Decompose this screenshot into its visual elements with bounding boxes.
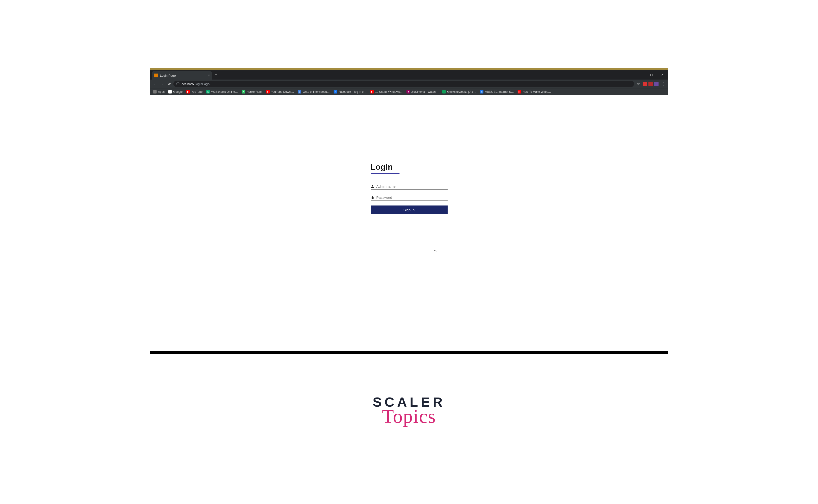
bookmark-item[interactable]: ↓Grab online videos… [296,90,331,94]
username-field [370,183,448,190]
favicon-icon [154,74,158,77]
close-tab-icon[interactable]: × [208,74,210,77]
bookmark-favicon-icon: ▶ [518,90,521,93]
bookmark-favicon-icon: ▶ [370,90,374,93]
back-button[interactable]: ← [152,81,158,87]
bookmark-item[interactable]: ●HackerRank [240,90,264,94]
bookmark-item[interactable]: ▶How To Make Webs… [516,90,552,94]
bookmark-favicon-icon: ⋮⋮⋮ [153,90,157,93]
bookmark-label: Apps [158,90,164,93]
brand-line2: Topics [372,405,445,427]
page-viewport: Login Sign In ↖ [150,95,668,351]
bookmark-item[interactable]: GeeksforGeeks | A c… [441,90,478,94]
url-host: localhost/ [181,82,194,86]
sign-in-button[interactable]: Sign In [370,205,448,214]
bookmark-label: Grab online videos… [303,90,330,93]
browser-tab[interactable]: Login Page × [152,71,212,80]
bookmark-item[interactable]: ▶YouTube Downl… [265,90,295,94]
window-controls: — ▢ ✕ [635,70,668,80]
bookmark-label: W3Schools Online… [211,90,238,93]
extension-icon[interactable] [643,82,647,86]
url-path: loginPage/ [195,82,210,86]
bookmark-label: HackerRank [246,90,262,93]
bookmark-item[interactable]: WW3Schools Online… [205,90,239,94]
password-input[interactable] [376,195,448,199]
scaler-topics-logo: SCALER Topics [372,394,445,427]
tab-title: Login Page [160,74,176,77]
bookmark-favicon-icon: J [406,90,410,93]
bookmark-item[interactable]: GGoogle [167,90,184,94]
minimize-button[interactable]: — [635,70,646,80]
close-window-button[interactable]: ✕ [657,70,668,80]
bookmark-item[interactable]: SABES-EC Internet S… [479,90,515,94]
password-field [370,194,448,201]
bookmark-star-icon[interactable]: ☆ [635,81,641,87]
bookmark-favicon-icon: ▶ [266,90,270,93]
bookmark-label: Google [173,90,182,93]
bookmark-item[interactable]: fFacebook – log in o… [332,90,368,94]
lock-icon [370,196,374,199]
maximize-button[interactable]: ▢ [646,70,657,80]
title-underline [370,173,399,174]
profile-avatar-icon[interactable] [654,82,659,86]
bookmark-favicon-icon: ↓ [298,90,301,93]
bookmark-favicon-icon: f [333,90,337,93]
bookmark-label: 10 Useful Windows… [375,90,403,93]
url-bar[interactable]: ⓘ localhost/loginPage/ [173,81,634,87]
reload-button[interactable]: ⟳ [166,81,172,87]
bookmark-label: GeeksforGeeks | A c… [447,90,476,93]
bookmarks-bar: ⋮⋮⋮AppsGGoogle▶YouTubeWW3Schools Online…… [150,88,668,95]
bookmark-label: YouTube [191,90,202,93]
address-bar-row: ← → ⟳ ⓘ localhost/loginPage/ ☆ ⋮ [150,80,668,88]
user-icon [370,185,374,188]
browser-menu-button[interactable]: ⋮ [660,81,666,87]
toolbar-right: ☆ ⋮ [635,81,666,87]
bookmark-label: JioCinema - Watch… [411,90,439,93]
login-form: Login Sign In [370,162,448,214]
bookmark-favicon-icon: G [168,90,172,93]
bottom-bar [150,351,668,354]
bookmark-label: YouTube Downl… [271,90,294,93]
bookmark-label: ABES-EC Internet S… [485,90,514,93]
bookmark-item[interactable]: JJioCinema - Watch… [405,90,440,94]
new-tab-button[interactable]: + [215,72,217,77]
bookmark-favicon-icon: S [480,90,484,93]
login-title: Login [370,162,448,172]
titlebar: Login Page × + — ▢ ✕ [150,70,668,80]
bookmark-item[interactable]: ▶10 Useful Windows… [369,90,404,94]
site-info-icon[interactable]: ⓘ [176,82,179,86]
bookmark-favicon-icon: W [206,90,210,93]
username-input[interactable] [376,184,448,188]
bookmark-item[interactable]: ⋮⋮⋮Apps [152,90,166,94]
bookmark-label: How To Make Webs… [523,90,551,93]
extension-icon[interactable] [649,82,653,86]
bookmark-favicon-icon: ▶ [186,90,190,93]
forward-button[interactable]: → [159,81,165,87]
bookmark-favicon-icon [442,90,446,93]
bookmark-item[interactable]: ▶YouTube [185,90,204,94]
bookmark-favicon-icon: ● [242,90,245,93]
bookmark-label: Facebook – log in o… [338,90,366,93]
cursor-icon: ↖ [434,249,438,253]
browser-window: Login Page × + — ▢ ✕ ← → ⟳ ⓘ localhost/l… [150,68,668,354]
